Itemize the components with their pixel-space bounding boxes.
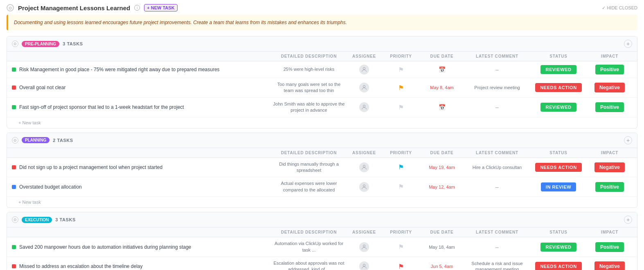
task-comment-dash: – [495,66,499,73]
task-impact-button[interactable]: Positive [595,242,624,252]
task-status-button[interactable]: NEEDS ACTION [535,163,581,172]
task-status-button[interactable]: NEEDS ACTION [535,262,581,270]
col-impact: IMPACT [587,151,632,155]
task-impact-button[interactable]: Negative [594,261,625,270]
notice-text: Documenting and using lessons learned en… [14,20,347,25]
section-pre-planning: ⊙ PRE-PLANNING 3 TASKS + DETAILED DESCRI… [7,36,637,128]
col-assignee: ASSIGNEE [346,54,383,59]
add-task-link-planning[interactable]: + New task [18,200,41,205]
collapse-page-icon[interactable]: ⊙ [7,4,14,11]
info-icon[interactable]: i [134,5,140,11]
task-desc-text: Escalation about approvals was not addre… [272,260,346,270]
task-impact-button[interactable]: Negative [594,83,625,92]
task-impact-button[interactable]: Positive [595,102,624,112]
task-name-text: Missed to address an escalation about th… [19,263,143,269]
hide-closed-button[interactable]: ✓ HIDE CLOSED [602,5,637,11]
task-desc-text: Actual expenses were lower compared to t… [272,180,346,193]
task-impact-button[interactable]: Negative [594,162,625,172]
notice-banner: Documenting and using lessons learned en… [7,15,637,30]
section-footer-pre-planning: + New task [7,117,637,128]
col-latest-comment: LATEST COMMENT [464,151,530,155]
add-section-button-pre-planning[interactable]: + [624,40,632,48]
section-header-execution: ⊙ EXECUTION 3 TASKS + [7,212,637,227]
add-task-link-pre-planning[interactable]: + New task [18,120,41,125]
task-status-cell[interactable]: NEEDS ACTION [530,83,587,92]
col-assignee: ASSIGNEE [346,230,383,234]
task-status-button[interactable]: REVIEWED [540,243,576,252]
new-task-button[interactable]: + NEW TASK [144,4,177,11]
task-status-cell[interactable]: NEEDS ACTION [530,262,587,270]
task-name-text: Risk Management in good place - 75% were… [19,67,220,72]
task-name-cell: Overstated budget allocation [12,184,272,190]
task-comment-cell: – [464,184,530,190]
task-name-cell: Overall goal not clear [12,85,272,90]
task-status-button[interactable]: REVIEWED [540,103,576,112]
task-name-text: Overstated budget allocation [19,184,82,190]
task-due-date-cell: 📅 [419,66,464,73]
svg-point-0 [363,68,365,70]
task-comment-dash: – [495,244,499,250]
task-name-cell: Risk Management in good place - 75% were… [12,67,272,72]
task-assignee-cell [346,83,383,92]
page-container: ⊙ Project Management Lessons Learned i +… [0,0,644,270]
section-badge-pre-planning: PRE-PLANNING [22,41,59,47]
task-impact-cell[interactable]: Positive [587,102,632,112]
task-due-date-cell: Jun 5, 4am [419,264,464,269]
task-desc-cell: 25% were high-level risks [272,66,346,72]
task-impact-button[interactable]: Positive [595,65,624,74]
col-latest-comment: LATEST COMMENT [464,230,530,234]
task-status-button[interactable]: NEEDS ACTION [535,83,581,92]
section-collapse-pre-planning[interactable]: ⊙ [12,40,18,47]
task-impact-button[interactable]: Positive [595,182,624,192]
col-task-name [18,151,272,155]
section-execution: ⊙ EXECUTION 3 TASKS + DETAILED DESCRIPTI… [7,212,637,270]
task-row: Saved 200 manpower hours due to automati… [7,237,637,257]
section-collapse-planning[interactable]: ⊙ [12,137,18,144]
task-desc-cell: Escalation about approvals was not addre… [272,260,346,270]
col-task-name [18,230,272,234]
task-name-cell: Did not sign up to a project management … [12,164,272,170]
svg-point-4 [363,184,365,187]
task-comment-text: Project review meeting [474,85,520,90]
task-name-text: Did not sign up to a project management … [19,164,162,170]
task-impact-cell[interactable]: Negative [587,261,632,270]
task-name-cell: Missed to address an escalation about th… [12,263,272,269]
col-desc: DETAILED DESCRIPTION [272,54,346,59]
task-comment-text: Hire a ClickUp consultan [473,164,522,170]
task-dot [12,264,16,268]
add-section-button-planning[interactable]: + [624,136,632,144]
task-status-button[interactable]: IN REVIEW [541,182,576,191]
svg-point-5 [363,245,365,247]
task-assignee-avatar [359,182,369,192]
task-status-cell[interactable]: REVIEWED [530,65,587,74]
task-row: Overstated budget allocation Actual expe… [7,177,637,197]
task-status-button[interactable]: REVIEWED [540,65,576,74]
task-impact-cell[interactable]: Positive [587,182,632,192]
task-row: Missed to address an escalation about th… [7,257,637,270]
task-status-cell[interactable]: NEEDS ACTION [530,163,587,172]
task-desc-cell: Did things manually through a spreadshee… [272,161,346,174]
task-impact-cell[interactable]: Positive [587,65,632,74]
task-due-date-cell: May 19, 4am [419,165,464,170]
task-assignee-avatar [359,83,369,92]
task-impact-cell[interactable]: Negative [587,83,632,92]
task-status-cell[interactable]: REVIEWED [530,243,587,252]
col-status: STATUS [530,54,587,59]
page-header: ⊙ Project Management Lessons Learned i +… [7,4,637,11]
add-section-button-execution[interactable]: + [624,216,632,224]
task-status-cell[interactable]: REVIEWED [530,103,587,112]
task-status-cell[interactable]: IN REVIEW [530,182,587,191]
task-comment-cell: – [464,104,530,110]
task-assignee-cell [346,65,383,74]
task-impact-cell[interactable]: Negative [587,162,632,172]
col-desc: DETAILED DESCRIPTION [272,151,346,155]
task-assignee-cell [346,242,383,252]
task-impact-cell[interactable]: Positive [587,242,632,252]
task-dot [12,165,16,169]
section-header-pre-planning: ⊙ PRE-PLANNING 3 TASKS + [7,36,637,52]
task-name-cell: Fast sign-off of project sponsor that le… [12,104,272,110]
svg-point-2 [363,105,365,107]
section-badge-planning: PLANNING [22,137,50,143]
section-collapse-execution[interactable]: ⊙ [12,216,18,223]
task-desc-cell: Too many goals were set so the team was … [272,81,346,94]
